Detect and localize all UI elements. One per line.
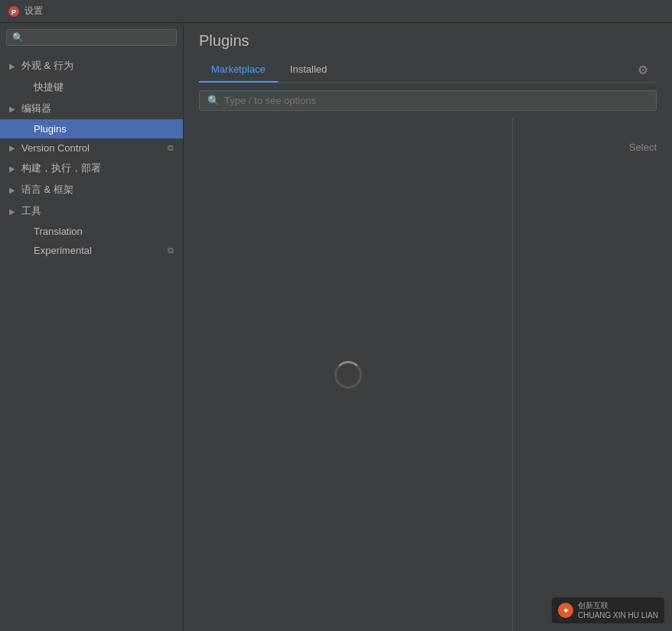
sidebar-item-build[interactable]: ▶构建，执行，部署 (0, 158, 183, 179)
sidebar-item-label: 外观 & 行为 (21, 59, 174, 73)
content-area: Plugins Marketplace Installed ⚙ 🔍 Select (184, 23, 672, 631)
sidebar-item-experimental[interactable]: Experimental⧉ (0, 241, 183, 260)
sidebar-item-editor[interactable]: ▶编辑器 (0, 98, 183, 119)
arrow-icon: ▶ (9, 207, 18, 216)
plugin-detail-panel: Select (513, 119, 672, 631)
sidebar-item-label: 构建，执行，部署 (21, 161, 174, 175)
title-bar: P 设置 (0, 0, 672, 23)
arrow-icon: ▶ (9, 144, 18, 152)
page-title: Plugins (199, 32, 657, 50)
sidebar-search-icon: 🔍 (12, 32, 24, 43)
watermark-line1: 创新互联 (578, 600, 658, 610)
plugin-list-panel (184, 119, 513, 631)
plugin-list-area: Select ✦ 创新互联 CHUANG XIN HU LIAN (184, 119, 672, 631)
plugin-search-icon: 🔍 (207, 95, 220, 106)
tab-marketplace[interactable]: Marketplace (199, 57, 278, 83)
sidebar-item-label: Version Control (21, 142, 168, 154)
arrow-icon: ▶ (9, 186, 18, 194)
main-layout: 🔍 ▶外观 & 行为快捷键▶编辑器Plugins▶Version Control… (0, 23, 672, 631)
watermark-logo-text: ✦ (563, 607, 569, 615)
tab-installed[interactable]: Installed (278, 57, 339, 83)
watermark: ✦ 创新互联 CHUANG XIN HU LIAN (552, 597, 664, 623)
sidebar-item-shortcuts[interactable]: 快捷键 (0, 76, 183, 98)
gear-icon: ⚙ (638, 63, 648, 77)
watermark-line2: CHUANG XIN HU LIAN (578, 610, 658, 620)
arrow-icon: ▶ (9, 62, 18, 70)
copy-icon: ⧉ (168, 143, 174, 153)
copy-icon: ⧉ (168, 246, 174, 255)
tabs-row: Marketplace Installed ⚙ (199, 57, 657, 83)
sidebar-item-label: 快捷键 (34, 80, 174, 94)
svg-text:P: P (11, 8, 16, 16)
plugin-search-bar[interactable]: 🔍 (199, 90, 657, 111)
sidebar-item-label: Plugins (34, 123, 174, 135)
content-header: Plugins Marketplace Installed ⚙ (184, 23, 672, 83)
sidebar-item-label: Translation (34, 226, 174, 237)
sidebar-item-plugins[interactable]: Plugins (0, 119, 183, 138)
title-bar-label: 设置 (24, 5, 43, 18)
sidebar-item-label: 编辑器 (21, 102, 174, 115)
sidebar-items-list: ▶外观 & 行为快捷键▶编辑器Plugins▶Version Control⧉▶… (0, 52, 183, 263)
sidebar-search-input[interactable] (28, 32, 171, 43)
app-logo-icon: P (8, 5, 20, 18)
sidebar-item-label: Experimental (34, 245, 168, 256)
plugin-search-input[interactable] (224, 95, 648, 106)
settings-gear-button[interactable]: ⚙ (632, 59, 654, 80)
select-hint: Select (629, 141, 657, 153)
arrow-icon: ▶ (9, 105, 18, 113)
watermark-logo-icon: ✦ (558, 603, 573, 618)
loading-spinner (334, 361, 362, 389)
sidebar-item-label: 工具 (21, 204, 174, 218)
sidebar-item-appearance[interactable]: ▶外观 & 行为 (0, 55, 183, 76)
sidebar-search-box[interactable]: 🔍 (6, 29, 177, 46)
sidebar-item-language[interactable]: ▶语言 & 框架 (0, 179, 183, 200)
sidebar-item-label: 语言 & 框架 (21, 183, 174, 197)
sidebar-item-tools[interactable]: ▶工具 (0, 200, 183, 222)
arrow-icon: ▶ (9, 164, 18, 173)
watermark-text: 创新互联 CHUANG XIN HU LIAN (578, 600, 658, 620)
sidebar-item-version-control[interactable]: ▶Version Control⧉ (0, 138, 183, 158)
sidebar-item-translation[interactable]: Translation (0, 222, 183, 241)
sidebar: 🔍 ▶外观 & 行为快捷键▶编辑器Plugins▶Version Control… (0, 23, 184, 631)
